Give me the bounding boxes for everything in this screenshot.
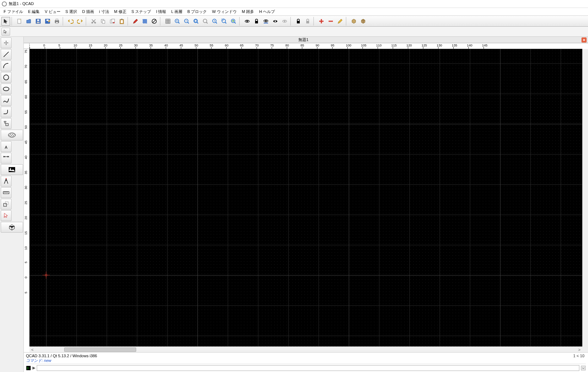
lock-black-button[interactable] xyxy=(294,17,303,26)
drawing-canvas[interactable] xyxy=(30,49,582,346)
zoom-out-button[interactable] xyxy=(182,17,191,26)
grid-button[interactable] xyxy=(164,17,172,26)
undo-button[interactable] xyxy=(66,17,75,26)
lock-dark-button[interactable] xyxy=(252,17,261,26)
tool-line[interactable] xyxy=(1,49,12,60)
new-button[interactable] xyxy=(15,17,24,26)
tool-modify[interactable] xyxy=(1,199,12,210)
print-button[interactable] xyxy=(53,17,61,26)
tool-arc[interactable] xyxy=(1,60,12,71)
svg-rect-41 xyxy=(6,124,8,126)
spline-icon xyxy=(3,97,10,104)
eye-dim-icon xyxy=(282,18,288,24)
menu-snap[interactable]: S スナップ xyxy=(129,9,153,14)
no-hatch-button[interactable] xyxy=(150,17,159,26)
scroll-right-icon[interactable]: > xyxy=(576,348,582,352)
scroll-thumb[interactable] xyxy=(64,348,136,352)
menu-dim[interactable]: i 寸法 xyxy=(97,9,112,14)
zoom-auto-button[interactable] xyxy=(192,17,200,26)
line-red-button[interactable] xyxy=(131,17,140,26)
menu-info[interactable]: I 情報 xyxy=(153,9,169,14)
copy-ref-icon xyxy=(110,18,115,24)
tool-select[interactable] xyxy=(1,210,12,221)
menu-layer[interactable]: L 画層 xyxy=(169,9,185,14)
tool-measure[interactable] xyxy=(1,176,12,187)
tool-spline[interactable] xyxy=(1,95,12,106)
lock-gray-button[interactable] xyxy=(303,17,312,26)
tool-image[interactable] xyxy=(1,164,23,175)
minus-red-icon xyxy=(328,18,334,24)
zoom-window-button[interactable] xyxy=(220,17,228,26)
tool-ruler[interactable] xyxy=(1,187,12,198)
paste-button[interactable] xyxy=(117,17,126,26)
zoom-in-button[interactable] xyxy=(173,17,182,26)
scroll-track[interactable] xyxy=(35,348,576,352)
save-button[interactable] xyxy=(34,17,43,26)
hruler-tick: 5 xyxy=(58,44,60,47)
tool-polyline[interactable] xyxy=(1,107,12,117)
layer-edit-button[interactable] xyxy=(336,17,344,26)
eye-bold-button[interactable] xyxy=(271,17,280,26)
block-2-button[interactable] xyxy=(359,17,368,26)
zoom-prev-button[interactable] xyxy=(210,17,219,26)
zoom-selection-button[interactable] xyxy=(201,17,210,26)
eye-dim-button[interactable] xyxy=(280,17,289,26)
scroll-left-icon[interactable]: < xyxy=(30,348,35,352)
menu-edit[interactable]: E 編集 xyxy=(26,9,42,14)
reset-tool-button[interactable] xyxy=(1,28,10,36)
command-dropdown-icon[interactable] xyxy=(581,366,586,371)
document-tab-title[interactable]: 無題1 xyxy=(298,37,308,42)
tool-circle[interactable] xyxy=(1,72,12,83)
layer-remove-button[interactable] xyxy=(326,17,335,26)
compass-icon xyxy=(3,178,10,185)
vertical-scrollbar[interactable] xyxy=(582,49,588,346)
tool-isometric[interactable] xyxy=(1,222,23,233)
command-input[interactable] xyxy=(37,365,579,371)
grid-major xyxy=(30,49,582,346)
save-as-button[interactable] xyxy=(43,17,52,26)
open-button[interactable] xyxy=(24,17,33,26)
copy-ref-button[interactable] xyxy=(108,17,117,26)
copy-button[interactable] xyxy=(99,17,107,26)
horizontal-scrollbar[interactable]: < > xyxy=(30,346,582,352)
pointer-tool-button[interactable] xyxy=(1,17,10,26)
cut-button[interactable] xyxy=(89,17,98,26)
arc-icon xyxy=(3,62,10,70)
tool-ellipse[interactable] xyxy=(1,84,12,94)
hatch-blue-button[interactable] xyxy=(141,17,149,26)
menu-misc[interactable]: M 雑多 xyxy=(239,9,257,14)
svg-rect-5 xyxy=(46,19,49,21)
zoom-pan-button[interactable] xyxy=(229,17,238,26)
menu-view[interactable]: V ビュー xyxy=(42,9,63,14)
zoom-pan-icon xyxy=(231,18,236,24)
menu-block[interactable]: B ブロック xyxy=(185,9,209,14)
document-close-button[interactable] xyxy=(582,37,587,42)
svg-rect-37 xyxy=(306,21,309,23)
ellipse-icon xyxy=(3,85,10,93)
menu-file[interactable]: F ファイル xyxy=(1,9,26,14)
scroll-corner xyxy=(582,346,588,352)
svg-text:A: A xyxy=(5,145,8,149)
eye-show-button[interactable] xyxy=(243,17,251,26)
tool-dimension[interactable] xyxy=(1,153,12,163)
menu-draw[interactable]: D 描画 xyxy=(80,9,97,14)
tool-text[interactable]: A xyxy=(1,141,12,152)
zoom-prev-icon xyxy=(212,18,218,24)
menu-window[interactable]: W ウィンドウ xyxy=(209,9,239,14)
menu-help[interactable]: H ヘルプ xyxy=(257,9,277,14)
zoom-window-icon xyxy=(221,18,227,24)
redo-button[interactable] xyxy=(76,17,84,26)
svg-rect-32 xyxy=(255,21,258,23)
tool-point[interactable] xyxy=(1,37,12,48)
menu-modify[interactable]: M 修正 xyxy=(112,9,129,14)
layer-add-button[interactable] xyxy=(317,17,326,26)
vruler-tick: 75 xyxy=(24,50,28,53)
tool-shape[interactable] xyxy=(1,118,12,129)
eye-underline-button[interactable] xyxy=(262,17,270,26)
hruler-tick: 125 xyxy=(422,44,427,47)
tool-hatch[interactable] xyxy=(1,130,23,140)
vruler-tick: 55 xyxy=(24,110,28,114)
block-1-button[interactable] xyxy=(349,17,358,26)
modify-icon xyxy=(3,201,10,208)
menu-select[interactable]: S 選択 xyxy=(63,9,80,14)
